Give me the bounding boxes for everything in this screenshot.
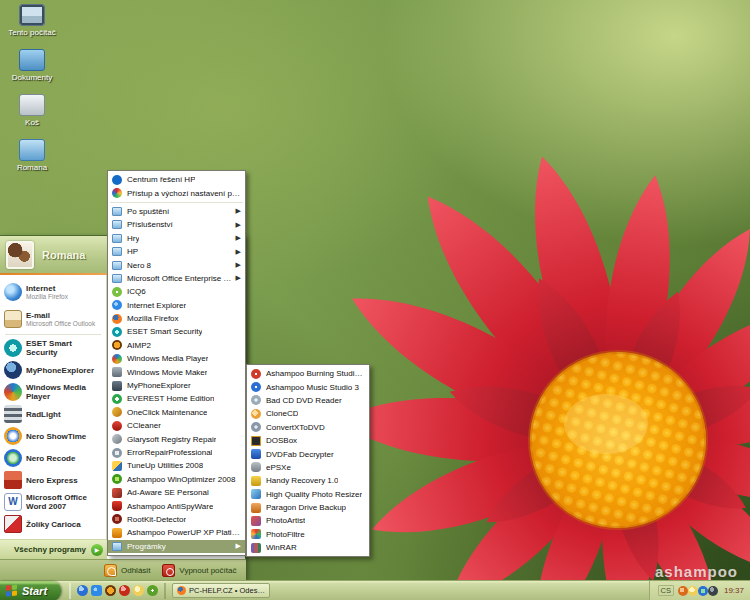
user-avatar[interactable] — [6, 241, 34, 269]
menu-item[interactable]: PhotoFiltre — [247, 528, 369, 541]
ie-ql-icon[interactable] — [91, 585, 102, 596]
menu-item-label: Ashampoo WinOptimizer 2008 — [127, 475, 236, 484]
menu-item[interactable]: ICQ6 — [108, 285, 245, 298]
blue-app-icon[interactable] — [77, 585, 88, 596]
menu-item[interactable]: Ashampoo Burning Studio 2008 — [247, 367, 369, 380]
menu-item[interactable]: CloneCD — [247, 407, 369, 420]
menu-item[interactable]: DOSBox — [247, 434, 369, 447]
paragon-icon — [251, 503, 261, 513]
recode-icon — [4, 449, 22, 467]
menu-item[interactable]: Paragon Drive Backup — [247, 501, 369, 514]
folder-icon — [112, 220, 122, 229]
icq-icon — [112, 287, 122, 297]
windows-flag-icon — [6, 584, 18, 597]
start-menu-item-label: RadLight — [26, 410, 61, 419]
aimp-ql-icon[interactable] — [105, 585, 116, 596]
menu-item[interactable]: Po spuštění▶ — [108, 205, 245, 218]
all-programs-button[interactable]: Všechny programy ▶ — [0, 539, 107, 559]
menu-item[interactable]: Centrum řešení HP — [108, 173, 245, 186]
desktop-icon-recycle[interactable]: Koš — [0, 94, 64, 137]
start-menu-pinned-item[interactable]: InternetMozilla Firefox — [2, 278, 104, 305]
menu-item[interactable]: CCleaner — [108, 419, 245, 432]
start-menu-item-sublabel: Microsoft Office Outlook — [26, 320, 95, 327]
menu-item-label: Internet Explorer — [127, 301, 186, 310]
start-menu-item[interactable]: Windows Media Player — [2, 381, 104, 403]
start-menu-item[interactable]: Nero Recode — [2, 447, 104, 469]
menu-item[interactable]: Windows Media Player — [108, 352, 245, 365]
icq-ql-icon[interactable] — [147, 585, 158, 596]
menu-item[interactable]: EVEREST Home Edition — [108, 392, 245, 405]
menu-item[interactable]: ESET Smart Security — [108, 325, 245, 338]
desktop-icon-label: Romana — [0, 163, 64, 172]
shutdown-label: Vypnout počítač — [179, 566, 236, 575]
menu-item[interactable]: HP▶ — [108, 245, 245, 258]
menu-item[interactable]: MyPhoneExplorer — [108, 379, 245, 392]
menu-item[interactable]: Bad CD DVD Reader — [247, 394, 369, 407]
clonecd-icon — [251, 409, 261, 419]
start-menu-item[interactable]: Žolíky Carioca — [2, 513, 104, 535]
menu-item-label: DOSBox — [266, 436, 297, 445]
start-button[interactable]: Start — [0, 581, 61, 600]
menu-item[interactable]: DVDFab Decrypter — [247, 447, 369, 460]
desktop-icon-folder-user[interactable]: Romana — [0, 139, 64, 182]
menu-item[interactable]: Příslušenství▶ — [108, 218, 245, 231]
menu-item[interactable]: Nero 8▶ — [108, 258, 245, 271]
start-menu-item[interactable]: ESET Smart Security — [2, 337, 104, 359]
volume-tray-icon[interactable] — [708, 586, 718, 596]
menu-item-label: Nero 8 — [127, 261, 151, 270]
language-indicator[interactable]: CS — [658, 585, 674, 596]
menu-item-label: Bad CD DVD Reader — [266, 396, 342, 405]
menu-item[interactable]: Mozilla Firefox — [108, 312, 245, 325]
menu-item[interactable]: OneClick Maintenance — [108, 406, 245, 419]
menu-item[interactable]: Microsoft Office Enterprise 2007▶ — [108, 272, 245, 285]
start-menu-item-text: Windows Media Player — [26, 383, 102, 401]
menu-item-label: Windows Movie Maker — [127, 368, 207, 377]
smiley-tray-icon[interactable] — [688, 586, 698, 596]
menu-item[interactable]: TuneUp Utilities 2008 — [108, 459, 245, 472]
wmp-tray-icon[interactable] — [698, 586, 708, 596]
tuneup-icon — [112, 461, 122, 471]
menu-item[interactable]: Ashampoo Music Studio 3 — [247, 380, 369, 393]
menu-item[interactable]: WinRAR — [247, 541, 369, 554]
smiley-icon[interactable] — [133, 585, 144, 596]
menu-item[interactable]: Internet Explorer — [108, 299, 245, 312]
menu-item[interactable]: PhotoArtist — [247, 514, 369, 527]
menu-item-label: Glarysoft Registry Repair — [127, 435, 216, 444]
menu-item[interactable]: Přístup a výchozí nastavení programů — [108, 186, 245, 199]
menu-item-label: TuneUp Utilities 2008 — [127, 461, 203, 470]
start-menu-item[interactable]: Microsoft Office Word 2007 — [2, 491, 104, 513]
menu-item-label: Windows Media Player — [127, 354, 208, 363]
start-menu-item[interactable]: Nero ShowTime — [2, 425, 104, 447]
menu-item[interactable]: Glarysoft Registry Repair — [108, 432, 245, 445]
desktop-icon-documents[interactable]: Dokumenty — [0, 49, 64, 92]
menu-item[interactable]: ePSXe — [247, 461, 369, 474]
menu-item[interactable]: Hry▶ — [108, 232, 245, 245]
menu-item[interactable]: High Quality Photo Resizer — [247, 488, 369, 501]
menu-item-label: PhotoArtist — [266, 516, 305, 525]
start-menu-item[interactable]: RadLight — [2, 403, 104, 425]
menu-item[interactable]: RootKit-Detector — [108, 513, 245, 526]
red-app-icon[interactable] — [119, 585, 130, 596]
taskbar-window-button[interactable]: PC-HELP.CZ • Odesla... — [172, 583, 270, 598]
menu-item[interactable]: Ad-Aware SE Personal — [108, 486, 245, 499]
log-off-button[interactable]: Odhlásit — [104, 564, 150, 577]
menu-item[interactable]: Ashampoo WinOptimizer 2008 — [108, 473, 245, 486]
start-menu-item[interactable]: Nero Express — [2, 469, 104, 491]
menu-item[interactable]: Prográmky▶ — [108, 540, 245, 553]
menu-item[interactable]: Ashampoo AntiSpyWare — [108, 499, 245, 512]
start-menu-item[interactable]: MyPhoneExplorer — [2, 359, 104, 381]
power-icon — [162, 564, 175, 577]
eset-tray-icon[interactable] — [678, 586, 688, 596]
eset-icon — [112, 327, 122, 337]
menu-item[interactable]: ErrorRepairProfessional — [108, 446, 245, 459]
start-menu-pinned-item[interactable]: E-mailMicrosoft Office Outlook — [2, 305, 104, 332]
menu-item[interactable]: ConvertXToDVD — [247, 421, 369, 434]
menu-item[interactable]: Ashampoo PowerUP XP Platinum 2 — [108, 526, 245, 539]
menu-item[interactable]: AIMP2 — [108, 339, 245, 352]
menu-item[interactable]: Handy Recovery 1.0 — [247, 474, 369, 487]
menu-item-label: ICQ6 — [127, 287, 146, 296]
menu-item[interactable]: Windows Movie Maker — [108, 365, 245, 378]
shutdown-button[interactable]: Vypnout počítač — [162, 564, 236, 577]
desktop-icon-computer[interactable]: Tento počítač — [0, 4, 64, 47]
wmp-big-icon — [4, 383, 22, 401]
